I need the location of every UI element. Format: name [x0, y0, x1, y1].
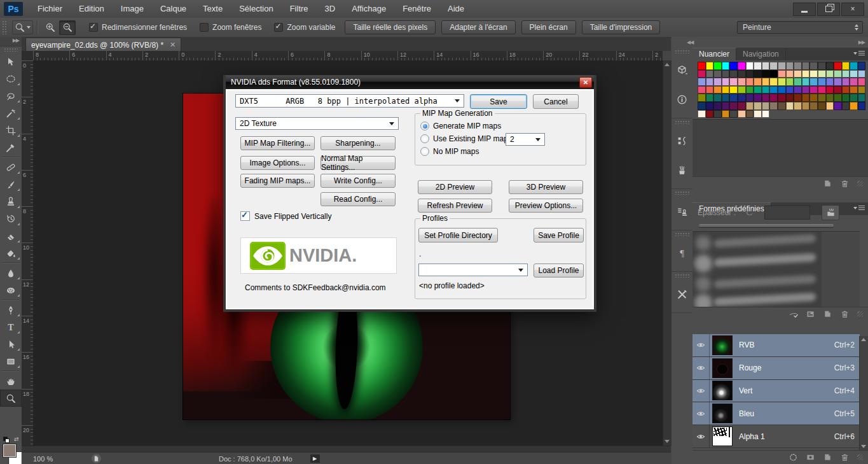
swatch[interactable]	[738, 62, 746, 70]
visibility-eye-icon[interactable]	[692, 334, 710, 356]
swatch[interactable]	[809, 94, 818, 102]
trash-icon[interactable]	[840, 309, 850, 319]
3d-preview-button[interactable]: 3D Preview	[509, 180, 583, 194]
image-options-button[interactable]: Image Options...	[240, 156, 315, 170]
swatch[interactable]	[834, 102, 842, 110]
swatch[interactable]	[842, 94, 850, 102]
hand-tool[interactable]	[0, 372, 22, 390]
menu-edition[interactable]: Edition	[71, 0, 113, 18]
thickness-slider[interactable]	[699, 224, 834, 227]
menu-selection[interactable]: Sélection	[231, 0, 281, 18]
checkbox-zoom-variable[interactable]: Zoom variable	[274, 23, 335, 32]
menu-fenetre[interactable]: Fenêtre	[394, 0, 439, 18]
swatch[interactable]	[722, 62, 730, 70]
generate-mip-maps-radio[interactable]: Generate MIP maps	[420, 122, 501, 130]
save-selection-icon[interactable]	[806, 453, 815, 462]
channel-thumbnail[interactable]	[712, 404, 733, 423]
swatch[interactable]	[850, 78, 858, 86]
preview-options-button[interactable]: Preview Options...	[509, 199, 583, 213]
swatch[interactable]	[698, 78, 706, 86]
swatch[interactable]	[738, 78, 746, 86]
swatch[interactable]	[722, 78, 730, 86]
swatch[interactable]	[729, 78, 738, 86]
channel-row-rouge[interactable]: Rouge Ctrl+3	[692, 357, 860, 380]
mip-count-dropdown[interactable]: 2	[506, 133, 545, 146]
swatch[interactable]	[754, 86, 762, 94]
swatch[interactable]	[778, 94, 786, 102]
button-plein-ecran[interactable]: Plein écran	[521, 20, 576, 34]
visibility-eye-icon[interactable]	[692, 357, 710, 379]
swatch[interactable]	[834, 62, 842, 70]
swatch[interactable]	[786, 94, 794, 102]
panel-resize-grip[interactable]	[857, 181, 863, 186]
channel-thumbnail[interactable]	[712, 426, 733, 446]
paragraph-panel-icon[interactable]: ¶	[672, 238, 692, 267]
swatch[interactable]	[754, 70, 762, 78]
brush-stroke-toggle-icon[interactable]	[789, 309, 798, 319]
swatch[interactable]	[738, 86, 746, 94]
swatch[interactable]	[778, 102, 786, 110]
trash-icon[interactable]	[840, 179, 850, 188]
path-selection-tool[interactable]	[0, 335, 22, 353]
swatch[interactable]	[722, 94, 730, 102]
reset-icon[interactable]	[745, 208, 754, 218]
write-config-button[interactable]: Write Config...	[320, 174, 396, 188]
close-icon[interactable]: ×	[841, 3, 864, 16]
swatch[interactable]	[698, 102, 706, 110]
blur-tool[interactable]	[0, 264, 22, 281]
swatch[interactable]	[762, 70, 770, 78]
brush-stroke-preview[interactable]	[714, 293, 816, 306]
swatch[interactable]	[778, 62, 786, 70]
swatch[interactable]	[842, 78, 850, 86]
swatch[interactable]	[834, 86, 842, 94]
collapse-dock-icon[interactable]: ▶▶	[0, 37, 22, 46]
swatch[interactable]	[858, 62, 866, 70]
scroll-down-icon[interactable]	[665, 440, 670, 443]
swatch[interactable]	[746, 62, 754, 70]
eyedropper-tool[interactable]	[0, 139, 22, 156]
canvas-vertical-scrollbar[interactable]	[663, 60, 672, 446]
new-swatch-icon[interactable]	[823, 179, 832, 188]
status-menu-arrow[interactable]: ▶	[310, 454, 320, 463]
swatch[interactable]	[698, 70, 706, 78]
channel-row-bleu[interactable]: Bleu Ctrl+5	[692, 402, 860, 425]
pen-tool[interactable]	[0, 301, 22, 318]
swatch[interactable]	[769, 94, 778, 102]
default-colors-icon[interactable]	[3, 437, 10, 443]
refresh-preview-button[interactable]: Refresh Preview	[418, 199, 492, 213]
swatch[interactable]	[738, 102, 746, 110]
crop-tool[interactable]	[0, 122, 22, 139]
button-adapter-a-l-ecran[interactable]: Adapter à l'écran	[441, 20, 515, 34]
brush-tool[interactable]	[0, 176, 22, 193]
swatch[interactable]	[713, 86, 722, 94]
swatch[interactable]	[858, 70, 866, 78]
swatch[interactable]	[754, 78, 762, 86]
swatch[interactable]	[722, 110, 730, 118]
dialog-title-bar[interactable]: NVIDIA dds Format (v8.55.0109.1800) ✕	[226, 75, 594, 89]
swatch[interactable]	[754, 94, 762, 102]
healing-brush-tool[interactable]	[0, 158, 22, 176]
swatch[interactable]	[738, 70, 746, 78]
tab-navigation[interactable]: Navigation	[736, 48, 786, 60]
swatch[interactable]	[858, 78, 866, 86]
swatch[interactable]	[842, 86, 850, 94]
swatch[interactable]	[786, 70, 794, 78]
swatch[interactable]	[794, 86, 802, 94]
cancel-button[interactable]: Cancel	[533, 94, 579, 109]
scroll-up-icon[interactable]	[665, 63, 670, 66]
swatch[interactable]	[850, 70, 858, 78]
swatch[interactable]	[746, 86, 754, 94]
swatch[interactable]	[769, 62, 778, 70]
normal-map-settings-button[interactable]: Normal Map Settings...	[320, 156, 396, 170]
channel-thumbnail[interactable]	[712, 358, 733, 378]
3d-material-panel-icon[interactable]	[672, 55, 692, 85]
swatch[interactable]	[722, 86, 730, 94]
swatch[interactable]	[818, 70, 826, 78]
set-profile-directory-button[interactable]: Set Profile Directory	[418, 228, 498, 243]
swatch[interactable]	[769, 70, 778, 78]
checkbox-redimensionner-fenetres[interactable]: Redimensionner fenêtres	[89, 23, 187, 32]
swatch[interactable]	[778, 86, 786, 94]
button-taille-reelle-des-pixels[interactable]: Taille réelle des pixels	[345, 20, 436, 34]
sponge-tool[interactable]	[0, 281, 22, 299]
swatch[interactable]	[706, 94, 714, 102]
